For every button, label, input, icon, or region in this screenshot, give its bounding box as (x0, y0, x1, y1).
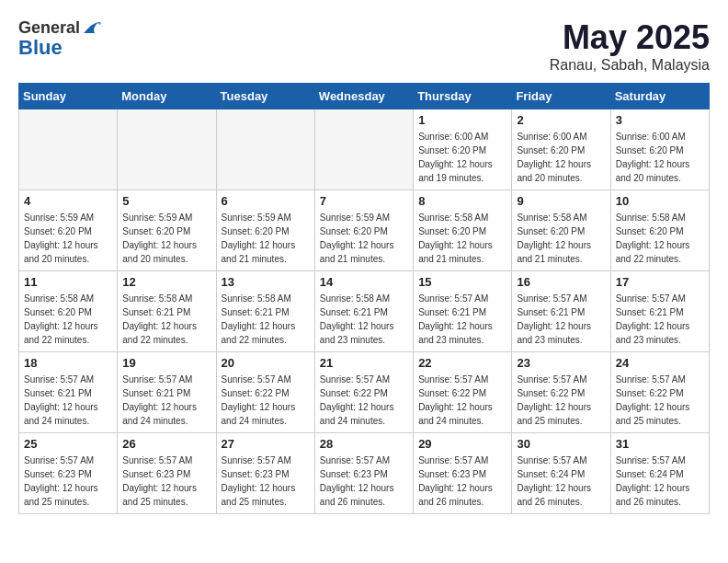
day-number: 20 (222, 356, 310, 370)
calendar-cell: 1Sunrise: 6:00 AM Sunset: 6:20 PM Daylig… (414, 109, 512, 190)
day-number: 22 (418, 356, 506, 370)
logo-blue-text: Blue (18, 36, 63, 60)
calendar-cell: 10Sunrise: 5:58 AM Sunset: 6:20 PM Dayli… (610, 190, 709, 271)
day-number: 27 (222, 437, 310, 451)
calendar-cell: 9Sunrise: 5:58 AM Sunset: 6:20 PM Daylig… (512, 190, 610, 271)
week-row-4: 18Sunrise: 5:57 AM Sunset: 6:21 PM Dayli… (19, 352, 710, 433)
day-number: 23 (517, 356, 605, 370)
day-info: Sunrise: 5:58 AM Sunset: 6:21 PM Dayligh… (320, 292, 408, 347)
day-number: 29 (418, 437, 506, 451)
day-info: Sunrise: 5:57 AM Sunset: 6:22 PM Dayligh… (517, 373, 605, 428)
day-info: Sunrise: 5:57 AM Sunset: 6:23 PM Dayligh… (320, 454, 408, 509)
weekday-header-wednesday: Wednesday (314, 84, 413, 109)
day-info: Sunrise: 5:57 AM Sunset: 6:23 PM Dayligh… (24, 454, 112, 509)
weekday-header-monday: Monday (118, 84, 216, 109)
calendar-cell (314, 109, 413, 190)
day-info: Sunrise: 5:58 AM Sunset: 6:20 PM Dayligh… (418, 211, 506, 266)
day-info: Sunrise: 5:57 AM Sunset: 6:21 PM Dayligh… (24, 373, 112, 428)
day-number: 19 (122, 356, 210, 370)
day-info: Sunrise: 5:58 AM Sunset: 6:21 PM Dayligh… (122, 292, 210, 347)
calendar-cell: 23Sunrise: 5:57 AM Sunset: 6:22 PM Dayli… (512, 352, 610, 433)
day-info: Sunrise: 5:57 AM Sunset: 6:23 PM Dayligh… (418, 454, 506, 509)
day-info: Sunrise: 5:59 AM Sunset: 6:20 PM Dayligh… (222, 211, 310, 266)
day-info: Sunrise: 6:00 AM Sunset: 6:20 PM Dayligh… (517, 130, 605, 185)
day-number: 28 (320, 437, 408, 451)
calendar-cell: 19Sunrise: 5:57 AM Sunset: 6:21 PM Dayli… (118, 352, 216, 433)
calendar-cell: 25Sunrise: 5:57 AM Sunset: 6:23 PM Dayli… (19, 433, 118, 514)
day-number: 18 (24, 356, 112, 370)
day-number: 11 (24, 275, 112, 289)
calendar-cell: 8Sunrise: 5:58 AM Sunset: 6:20 PM Daylig… (414, 190, 512, 271)
weekday-header-sunday: Sunday (19, 84, 118, 109)
weekday-header-row: SundayMondayTuesdayWednesdayThursdayFrid… (19, 84, 710, 109)
day-number: 3 (616, 113, 704, 127)
day-number: 10 (616, 194, 704, 208)
day-number: 16 (517, 275, 605, 289)
day-number: 4 (24, 194, 112, 208)
calendar-cell: 12Sunrise: 5:58 AM Sunset: 6:21 PM Dayli… (118, 271, 216, 352)
calendar-cell: 29Sunrise: 5:57 AM Sunset: 6:23 PM Dayli… (414, 433, 512, 514)
title-block: May 2025 Ranau, Sabah, Malaysia (550, 18, 710, 74)
day-info: Sunrise: 5:58 AM Sunset: 6:21 PM Dayligh… (222, 292, 310, 347)
calendar-cell: 14Sunrise: 5:58 AM Sunset: 6:21 PM Dayli… (314, 271, 413, 352)
calendar-cell: 24Sunrise: 5:57 AM Sunset: 6:22 PM Dayli… (610, 352, 709, 433)
day-number: 1 (418, 113, 506, 127)
calendar-cell: 30Sunrise: 5:57 AM Sunset: 6:24 PM Dayli… (512, 433, 610, 514)
calendar-cell (118, 109, 216, 190)
calendar-cell: 26Sunrise: 5:57 AM Sunset: 6:23 PM Dayli… (118, 433, 216, 514)
calendar-cell: 22Sunrise: 5:57 AM Sunset: 6:22 PM Dayli… (414, 352, 512, 433)
day-number: 17 (616, 275, 704, 289)
day-number: 6 (222, 194, 310, 208)
calendar-cell: 13Sunrise: 5:58 AM Sunset: 6:21 PM Dayli… (216, 271, 314, 352)
calendar-cell: 28Sunrise: 5:57 AM Sunset: 6:23 PM Dayli… (314, 433, 413, 514)
day-info: Sunrise: 5:57 AM Sunset: 6:21 PM Dayligh… (517, 292, 605, 347)
logo-bird-icon (82, 20, 102, 37)
day-info: Sunrise: 6:00 AM Sunset: 6:20 PM Dayligh… (616, 130, 704, 185)
calendar-cell: 18Sunrise: 5:57 AM Sunset: 6:21 PM Dayli… (19, 352, 118, 433)
month-title: May 2025 (550, 18, 710, 57)
logo-general-text: General (18, 18, 80, 38)
day-info: Sunrise: 5:57 AM Sunset: 6:23 PM Dayligh… (122, 454, 210, 509)
calendar-cell: 3Sunrise: 6:00 AM Sunset: 6:20 PM Daylig… (610, 109, 709, 190)
day-info: Sunrise: 5:57 AM Sunset: 6:23 PM Dayligh… (222, 454, 310, 509)
day-info: Sunrise: 6:00 AM Sunset: 6:20 PM Dayligh… (418, 130, 506, 185)
day-number: 24 (616, 356, 704, 370)
calendar-cell: 20Sunrise: 5:57 AM Sunset: 6:22 PM Dayli… (216, 352, 314, 433)
calendar-cell: 27Sunrise: 5:57 AM Sunset: 6:23 PM Dayli… (216, 433, 314, 514)
calendar-cell: 11Sunrise: 5:58 AM Sunset: 6:20 PM Dayli… (19, 271, 118, 352)
day-number: 30 (517, 437, 605, 451)
day-number: 9 (517, 194, 605, 208)
day-number: 15 (418, 275, 506, 289)
calendar-cell: 21Sunrise: 5:57 AM Sunset: 6:22 PM Dayli… (314, 352, 413, 433)
day-number: 26 (122, 437, 210, 451)
day-number: 7 (320, 194, 408, 208)
day-info: Sunrise: 5:58 AM Sunset: 6:20 PM Dayligh… (24, 292, 112, 347)
day-info: Sunrise: 5:59 AM Sunset: 6:20 PM Dayligh… (320, 211, 408, 266)
week-row-2: 4Sunrise: 5:59 AM Sunset: 6:20 PM Daylig… (19, 190, 710, 271)
calendar-cell: 16Sunrise: 5:57 AM Sunset: 6:21 PM Dayli… (512, 271, 610, 352)
day-number: 5 (122, 194, 210, 208)
day-number: 8 (418, 194, 506, 208)
day-info: Sunrise: 5:59 AM Sunset: 6:20 PM Dayligh… (24, 211, 112, 266)
week-row-3: 11Sunrise: 5:58 AM Sunset: 6:20 PM Dayli… (19, 271, 710, 352)
weekday-header-friday: Friday (512, 84, 610, 109)
calendar-cell: 5Sunrise: 5:59 AM Sunset: 6:20 PM Daylig… (118, 190, 216, 271)
week-row-5: 25Sunrise: 5:57 AM Sunset: 6:23 PM Dayli… (19, 433, 710, 514)
logo: General Blue (18, 18, 102, 60)
day-info: Sunrise: 5:58 AM Sunset: 6:20 PM Dayligh… (616, 211, 704, 266)
calendar-cell (216, 109, 314, 190)
page-header: General Blue May 2025 Ranau, Sabah, Mala… (18, 18, 710, 74)
day-info: Sunrise: 5:57 AM Sunset: 6:22 PM Dayligh… (222, 373, 310, 428)
weekday-header-thursday: Thursday (414, 84, 512, 109)
day-info: Sunrise: 5:57 AM Sunset: 6:22 PM Dayligh… (616, 373, 704, 428)
day-number: 13 (222, 275, 310, 289)
week-row-1: 1Sunrise: 6:00 AM Sunset: 6:20 PM Daylig… (19, 109, 710, 190)
day-info: Sunrise: 5:57 AM Sunset: 6:21 PM Dayligh… (418, 292, 506, 347)
day-number: 31 (616, 437, 704, 451)
calendar-cell: 2Sunrise: 6:00 AM Sunset: 6:20 PM Daylig… (512, 109, 610, 190)
day-info: Sunrise: 5:59 AM Sunset: 6:20 PM Dayligh… (122, 211, 210, 266)
day-number: 12 (122, 275, 210, 289)
calendar-cell (19, 109, 118, 190)
calendar-cell: 15Sunrise: 5:57 AM Sunset: 6:21 PM Dayli… (414, 271, 512, 352)
calendar-cell: 17Sunrise: 5:57 AM Sunset: 6:21 PM Dayli… (610, 271, 709, 352)
